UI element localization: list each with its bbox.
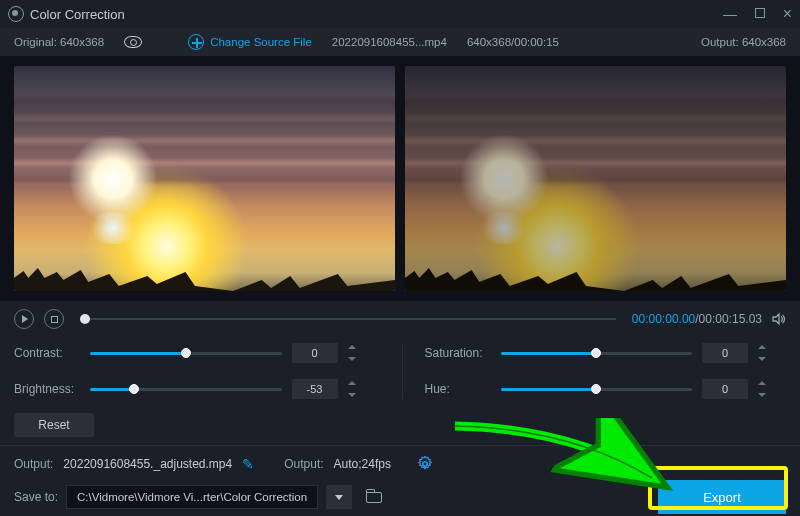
contrast-fill xyxy=(90,352,186,355)
contrast-label: Contrast: xyxy=(14,346,80,360)
step-up-icon[interactable] xyxy=(758,381,766,385)
brightness-value[interactable]: -53 xyxy=(292,379,338,399)
contrast-knob[interactable] xyxy=(181,348,191,358)
timeline-slider[interactable] xyxy=(80,318,616,320)
timeline-knob[interactable] xyxy=(80,314,90,324)
brightness-label: Brightness: xyxy=(14,382,80,396)
saturation-knob[interactable] xyxy=(591,348,601,358)
step-down-icon[interactable] xyxy=(758,393,766,397)
reset-button[interactable]: Reset xyxy=(14,413,94,437)
minimize-icon[interactable] xyxy=(723,7,737,21)
source-dim-time: 640x368/00:00:15 xyxy=(467,36,559,48)
step-down-icon[interactable] xyxy=(758,357,766,361)
maximize-icon[interactable] xyxy=(755,8,765,18)
contrast-slider[interactable] xyxy=(90,352,282,355)
play-icon xyxy=(22,315,28,323)
contrast-row: Contrast: 0 xyxy=(14,343,362,363)
brightness-slider[interactable] xyxy=(90,388,282,391)
timeline-time: 00:00:00.00/00:00:15.03 xyxy=(632,312,762,326)
contrast-value[interactable]: 0 xyxy=(292,343,338,363)
close-icon[interactable]: × xyxy=(783,7,792,21)
step-up-icon[interactable] xyxy=(348,345,356,349)
brightness-row: Brightness: -53 xyxy=(14,379,362,399)
hue-stepper[interactable] xyxy=(758,379,772,399)
output-format-label: Output: xyxy=(284,457,323,471)
output-file-label: Output: xyxy=(14,457,53,471)
step-down-icon[interactable] xyxy=(348,393,356,397)
preview-area xyxy=(0,56,800,301)
step-down-icon[interactable] xyxy=(348,357,356,361)
output-filename: 2022091608455._adjusted.mp4 xyxy=(63,457,232,471)
saturation-slider[interactable] xyxy=(501,352,693,355)
step-up-icon[interactable] xyxy=(348,381,356,385)
export-button[interactable]: Export xyxy=(658,480,786,514)
brightness-stepper[interactable] xyxy=(348,379,362,399)
timeline-row: 00:00:00.00/00:00:15.03 xyxy=(0,301,800,337)
saturation-label: Saturation: xyxy=(425,346,491,360)
contrast-stepper[interactable] xyxy=(348,343,362,363)
saturation-stepper[interactable] xyxy=(758,343,772,363)
original-preview xyxy=(14,66,395,291)
eye-icon[interactable] xyxy=(124,36,142,48)
open-folder-button[interactable] xyxy=(360,485,388,509)
brightness-fill xyxy=(90,388,134,391)
edit-icon[interactable]: ✎ xyxy=(242,457,254,471)
source-filename: 2022091608455...mp4 xyxy=(332,36,447,48)
current-time: 00:00:00.00 xyxy=(632,312,695,326)
original-label: Original: 640x368 xyxy=(14,36,104,48)
color-sliders: Contrast: 0 Brightness: -53 xyxy=(0,337,800,409)
saveto-label: Save to: xyxy=(14,490,58,504)
hue-label: Hue: xyxy=(425,382,491,396)
plus-circle-icon xyxy=(188,34,204,50)
save-line: Save to: C:\Vidmore\Vidmore Vi...rter\Co… xyxy=(0,474,800,516)
svg-point-0 xyxy=(423,462,427,466)
change-source-button[interactable]: Change Source File xyxy=(188,34,312,50)
saturation-fill xyxy=(501,352,597,355)
save-path-input[interactable]: C:\Vidmore\Vidmore Vi...rter\Color Corre… xyxy=(66,485,318,509)
hue-row: Hue: 0 xyxy=(425,379,773,399)
output-file-line: Output: 2022091608455._adjusted.mp4 ✎ Ou… xyxy=(0,446,800,474)
saturation-row: Saturation: 0 xyxy=(425,343,773,363)
folder-icon xyxy=(366,492,382,503)
hue-value[interactable]: 0 xyxy=(702,379,748,399)
source-bar: Original: 640x368 Change Source File 202… xyxy=(0,28,800,56)
title-bar: Color Correction × xyxy=(0,0,800,28)
hue-knob[interactable] xyxy=(591,384,601,394)
gear-icon[interactable] xyxy=(417,456,433,472)
brightness-knob[interactable] xyxy=(129,384,139,394)
hue-slider[interactable] xyxy=(501,388,693,391)
app-logo-icon xyxy=(8,6,24,22)
saturation-value[interactable]: 0 xyxy=(702,343,748,363)
save-path-dropdown[interactable] xyxy=(326,485,352,509)
reset-row: Reset xyxy=(0,409,800,445)
change-source-label: Change Source File xyxy=(210,36,312,48)
total-time: 00:00:15.03 xyxy=(699,312,762,326)
hue-fill xyxy=(501,388,597,391)
stop-button[interactable] xyxy=(44,309,64,329)
adjusted-preview xyxy=(405,66,786,291)
window-title: Color Correction xyxy=(30,7,125,22)
play-button[interactable] xyxy=(14,309,34,329)
output-dim-label: Output: 640x368 xyxy=(701,36,786,48)
output-format-value: Auto;24fps xyxy=(334,457,391,471)
stop-icon xyxy=(51,316,58,323)
volume-icon[interactable] xyxy=(772,312,786,326)
chevron-down-icon xyxy=(335,495,343,500)
step-up-icon[interactable] xyxy=(758,345,766,349)
